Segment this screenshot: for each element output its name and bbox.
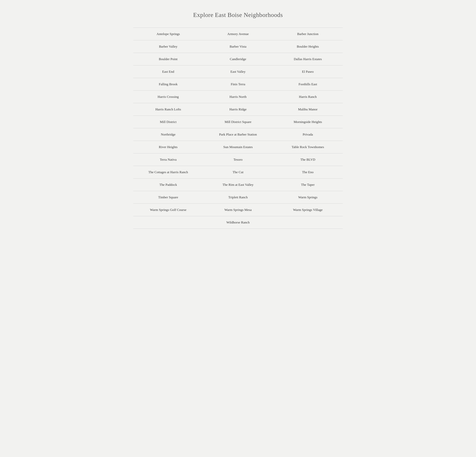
list-item[interactable]: Triplett Ranch	[203, 191, 273, 203]
table-row: The PaddockThe Rim at East ValleyThe Tap…	[133, 178, 343, 191]
list-item[interactable]: Malibu Manor	[273, 103, 343, 116]
list-item[interactable]: Northridge	[133, 128, 203, 141]
list-item[interactable]: Barber Vista	[203, 40, 273, 53]
list-item[interactable]: The Cottages at Harris Ranch	[133, 166, 203, 178]
list-item[interactable]: Harris Ridge	[203, 103, 273, 116]
list-item[interactable]: East End	[133, 66, 203, 78]
table-row: NorthridgePark Place at Barber StationPr…	[133, 128, 343, 141]
list-item[interactable]: Finis Terra	[203, 78, 273, 90]
table-row: Barber ValleyBarber VistaBoulder Heights	[133, 40, 343, 53]
table-row: River HeightsSun Mountain EstatesTable R…	[133, 141, 343, 153]
table-row: Harris Ranch LoftsHarris RidgeMalibu Man…	[133, 103, 343, 116]
list-item[interactable]: Barber Valley	[133, 40, 203, 53]
list-item[interactable]: El Paseo	[273, 66, 343, 78]
list-item[interactable]: Warm Springs Village	[273, 204, 343, 216]
list-item[interactable]: Antelope Springs	[133, 28, 203, 40]
list-item[interactable]: Timber Square	[133, 191, 203, 203]
list-item[interactable]: Dallas Harris Estates	[273, 53, 343, 65]
list-item[interactable]: Warm Springs	[273, 191, 343, 203]
list-item[interactable]: Armory Avenue	[203, 28, 273, 40]
list-item[interactable]: Harris Ranch Lofts	[133, 103, 203, 116]
list-item[interactable]: Warm Springs Mesa	[203, 204, 273, 216]
list-item[interactable]: Mill District Square	[203, 116, 273, 128]
list-item[interactable]: East Valley	[203, 66, 273, 78]
list-item[interactable]: The Eno	[273, 166, 343, 178]
list-item[interactable]: Tesoro	[203, 153, 273, 166]
table-row: Warm Springs Golf CourseWarm Springs Mes…	[133, 204, 343, 216]
table-row: Boulder PointCandleridgeDallas Harris Es…	[133, 53, 343, 66]
page-title: Explore East Boise Neighborhoods	[133, 11, 343, 18]
list-item[interactable]: The Taper	[273, 178, 343, 191]
neighborhood-grid: Antelope SpringsArmory AvenueBarber Junc…	[133, 28, 343, 229]
list-item[interactable]: The Paddock	[133, 178, 203, 191]
list-item[interactable]: Mill District	[133, 116, 203, 128]
table-row: Timber SquareTriplett RanchWarm Springs	[133, 191, 343, 204]
table-row: The Cottages at Harris RanchThe CutThe E…	[133, 166, 343, 178]
list-item[interactable]: Sun Mountain Estates	[203, 141, 273, 153]
list-item[interactable]: Harris Crossing	[133, 91, 203, 103]
table-row: East EndEast ValleyEl Paseo	[133, 66, 343, 78]
list-item[interactable]: Foothills East	[273, 78, 343, 90]
table-row: Wildhorse Ranch	[133, 216, 343, 229]
list-item[interactable]: The Cut	[203, 166, 273, 178]
table-row: Mill DistrictMill District SquareMorning…	[133, 116, 343, 128]
table-row: Falling BrookFinis TerraFoothills East	[133, 78, 343, 91]
list-item[interactable]: Boulder Heights	[273, 40, 343, 53]
table-row: Harris CrossingHarris NorthHarris Ranch	[133, 91, 343, 103]
list-item[interactable]: Wildhorse Ranch	[133, 216, 343, 228]
table-row: Antelope SpringsArmory AvenueBarber Junc…	[133, 28, 343, 40]
list-item[interactable]: Candleridge	[203, 53, 273, 65]
list-item[interactable]: Park Place at Barber Station	[203, 128, 273, 141]
list-item[interactable]: Terra Nativa	[133, 153, 203, 166]
list-item[interactable]: Warm Springs Golf Course	[133, 204, 203, 216]
table-row: Terra NativaTesoroThe BLVD	[133, 153, 343, 166]
list-item[interactable]: Table Rock Townhomes	[273, 141, 343, 153]
list-item[interactable]: Morningside Heights	[273, 116, 343, 128]
list-item[interactable]: The Rim at East Valley	[203, 178, 273, 191]
list-item[interactable]: Falling Brook	[133, 78, 203, 90]
list-item[interactable]: Privada	[273, 128, 343, 141]
list-item[interactable]: Harris North	[203, 91, 273, 103]
list-item[interactable]: The BLVD	[273, 153, 343, 166]
list-item[interactable]: Boulder Point	[133, 53, 203, 65]
main-container: Explore East Boise Neighborhoods Antelop…	[133, 11, 343, 229]
list-item[interactable]: Barber Junction	[273, 28, 343, 40]
list-item[interactable]: Harris Ranch	[273, 91, 343, 103]
list-item[interactable]: River Heights	[133, 141, 203, 153]
